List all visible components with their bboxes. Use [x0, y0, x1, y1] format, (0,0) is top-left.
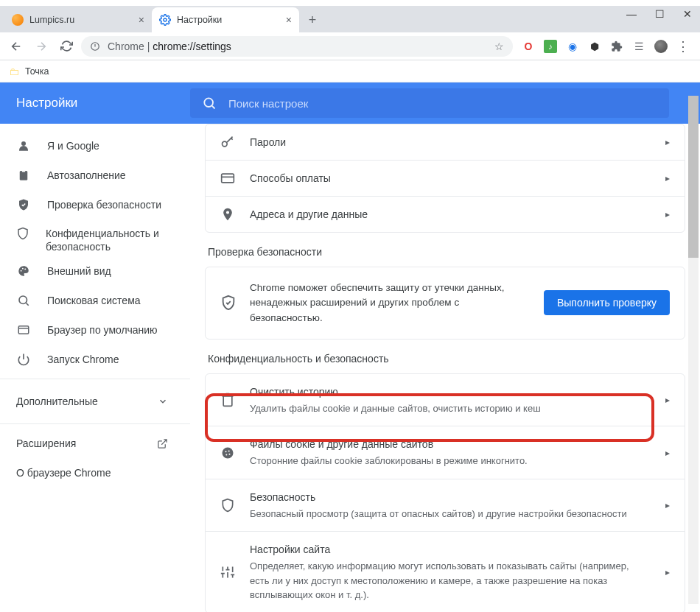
sidebar-item-label: Дополнительные [16, 395, 98, 407]
svg-point-13 [223, 447, 234, 458]
svg-rect-10 [18, 326, 29, 334]
row-label: Адреса и другие данные [250, 208, 651, 220]
run-check-button[interactable]: Выполнить проверку [544, 290, 670, 315]
close-button[interactable]: ✕ [682, 9, 693, 19]
sidebar-item-label: Автозаполнение [47, 169, 126, 181]
svg-point-11 [223, 141, 228, 147]
omnibox[interactable]: Chrome | chrome://settings ☆ [81, 36, 513, 57]
row-label: БезопасностьБезопасный просмотр (защита … [250, 490, 651, 521]
card-icon [220, 171, 235, 186]
divider [0, 423, 190, 424]
sidebar-about[interactable]: О браузере Chrome [0, 458, 190, 488]
profile-avatar[interactable] [654, 40, 668, 53]
extensions-button[interactable] [610, 40, 623, 53]
window-controls: — ☐ ✕ [626, 9, 693, 19]
url-text: Chrome | chrome://settings [108, 41, 231, 52]
key-icon [220, 135, 235, 150]
power-icon [16, 353, 31, 366]
chevron-right-icon: ▸ [665, 137, 670, 147]
sidebar-item-privacy[interactable]: Конфиденциальность и безопасность [0, 219, 190, 256]
row-label: Очистить историюУдалить файлы cookie и д… [250, 384, 651, 416]
tab-close-icon[interactable]: × [139, 14, 144, 26]
svg-point-15 [228, 450, 230, 451]
svg-point-9 [19, 296, 27, 304]
sidebar-item-label: Запуск Chrome [47, 354, 119, 365]
sidebar-item-appearance[interactable]: Внешний вид [0, 256, 190, 286]
cookie-icon [220, 446, 235, 460]
search-icon [202, 96, 217, 110]
tab-title: Lumpics.ru [29, 15, 74, 25]
chevron-right-icon: ▸ [665, 567, 670, 577]
shield-check-icon [16, 198, 31, 211]
row-label: Настройки сайтаОпределяет, какую информа… [250, 542, 651, 602]
row-addresses[interactable]: Адреса и другие данные ▸ [206, 197, 685, 232]
back-button[interactable] [6, 36, 27, 57]
sliders-icon [220, 565, 235, 580]
row-label: Пароли [250, 136, 651, 148]
chevron-right-icon: ▸ [665, 395, 670, 405]
divider [0, 379, 190, 379]
shield-icon [220, 498, 235, 513]
sidebar-item-autofill[interactable]: Автозаполнение [0, 161, 190, 190]
svg-point-14 [225, 451, 227, 452]
trash-icon [220, 393, 235, 407]
scrollbar-thumb[interactable] [688, 96, 699, 258]
tab-settings[interactable]: Настройки × [152, 7, 299, 32]
site-info-icon[interactable] [90, 41, 100, 52]
tab-lumpics[interactable]: Lumpics.ru × [4, 7, 152, 32]
extensions-area: O ♪ ◉ ⬢ ☰ ⋮ [517, 40, 694, 53]
window-icon [16, 323, 31, 337]
safety-text: Chrome поможет обеспечить защиту от утеч… [250, 281, 531, 326]
row-clear-data[interactable]: Очистить историюУдалить файлы cookie и д… [206, 374, 685, 427]
bookmark-item[interactable]: Точка [25, 66, 49, 77]
sidebar-item-label: Расширения [16, 437, 76, 449]
row-security[interactable]: БезопасностьБезопасный просмотр (защита … [206, 479, 685, 532]
sidebar-item-default-browser[interactable]: Браузер по умолчанию [0, 315, 190, 345]
sidebar-advanced[interactable]: Дополнительные [0, 384, 190, 419]
search-icon [16, 294, 31, 307]
autofill-card: Пароли ▸ Способы оплаты ▸ Адреса и други… [205, 124, 685, 233]
settings-search[interactable] [190, 88, 669, 118]
forward-button[interactable] [31, 36, 52, 57]
row-site-settings[interactable]: Настройки сайтаОпределяет, какую информа… [206, 532, 685, 612]
tab-close-icon[interactable]: × [286, 14, 292, 26]
search-input[interactable] [228, 97, 657, 110]
sidebar-item-safety-check[interactable]: Проверка безопасности [0, 190, 190, 219]
bookmarks-bar: 🗀 Точка [0, 60, 700, 82]
bookmark-star-icon[interactable]: ☆ [494, 41, 504, 52]
ext-music-icon[interactable]: ♪ [544, 40, 557, 53]
sidebar-item-startup[interactable]: Запуск Chrome [0, 345, 190, 374]
reading-list-icon[interactable]: ☰ [632, 40, 645, 53]
new-tab-button[interactable]: + [302, 10, 323, 30]
shield-check-icon [220, 295, 237, 311]
sidebar-item-you-and-google[interactable]: Я и Google [0, 131, 190, 161]
row-label: Файлы cookie и другие данные сайтовСторо… [250, 437, 651, 468]
menu-button[interactable]: ⋮ [676, 40, 690, 53]
tab-strip: Lumpics.ru × Настройки × + [0, 6, 700, 32]
svg-point-7 [22, 268, 24, 270]
ext-opera-icon[interactable]: O [522, 40, 535, 53]
row-payment[interactable]: Способы оплаты ▸ [206, 161, 685, 197]
maximize-button[interactable]: ☐ [654, 9, 665, 19]
favicon-icon [12, 14, 24, 26]
row-cookies[interactable]: Файлы cookie и другие данные сайтовСторо… [206, 426, 685, 479]
ext-globe-icon[interactable]: ◉ [566, 40, 579, 53]
sidebar-extensions[interactable]: Расширения [0, 429, 190, 458]
ext-cube-icon[interactable]: ⬢ [588, 40, 601, 53]
person-icon [16, 139, 31, 152]
sidebar-item-search[interactable]: Поисковая система [0, 286, 190, 315]
toolbar: Chrome | chrome://settings ☆ O ♪ ◉ ⬢ ☰ ⋮ [0, 32, 700, 60]
reload-button[interactable] [56, 36, 77, 57]
row-label: Способы оплаты [250, 172, 651, 184]
section-title-privacy: Конфиденциальность и безопасность [208, 353, 685, 365]
sidebar-item-label: Конфиденциальность и безопасность [46, 227, 190, 253]
row-passwords[interactable]: Пароли ▸ [206, 124, 685, 161]
sidebar-item-label: Поисковая система [47, 295, 141, 306]
svg-rect-4 [20, 171, 28, 180]
svg-point-6 [21, 270, 22, 272]
chevron-right-icon: ▸ [665, 209, 670, 219]
titlebar [0, 0, 700, 6]
chevron-down-icon [158, 396, 168, 407]
minimize-button[interactable]: — [626, 9, 637, 19]
clipboard-icon [16, 169, 31, 182]
